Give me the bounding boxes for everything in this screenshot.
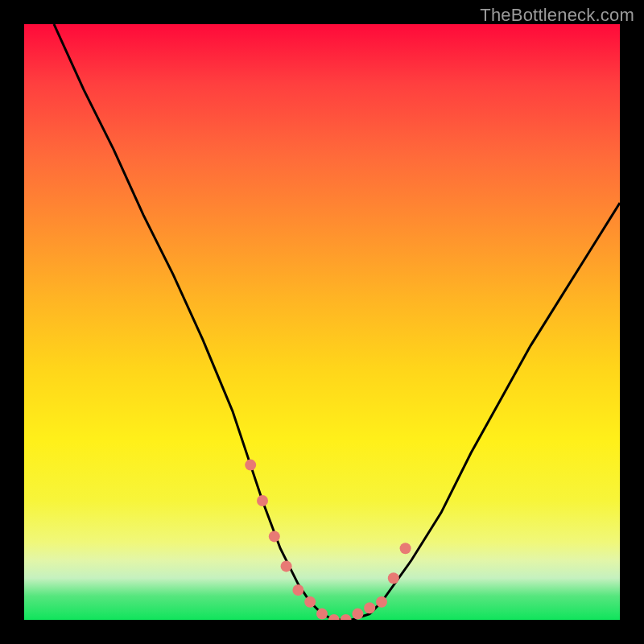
marker-point: [292, 584, 303, 596]
marker-point: [376, 597, 387, 608]
marker-point: [341, 614, 352, 620]
bottleneck-curve: [54, 24, 620, 620]
marker-point: [281, 560, 292, 572]
marker-point: [352, 609, 363, 620]
marker-point: [257, 495, 268, 506]
marker-point: [269, 530, 280, 542]
marker-point: [316, 609, 328, 620]
marker-point: [328, 614, 340, 620]
marker-point: [400, 543, 411, 554]
plot-area: [24, 24, 620, 620]
marker-point: [304, 597, 316, 608]
marker-point: [388, 572, 399, 584]
marker-point: [245, 460, 256, 471]
marker-point: [364, 602, 375, 613]
curve-layer: [24, 24, 620, 620]
attribution-text: TheBottleneck.com: [480, 5, 634, 26]
chart-frame: TheBottleneck.com: [0, 0, 644, 644]
